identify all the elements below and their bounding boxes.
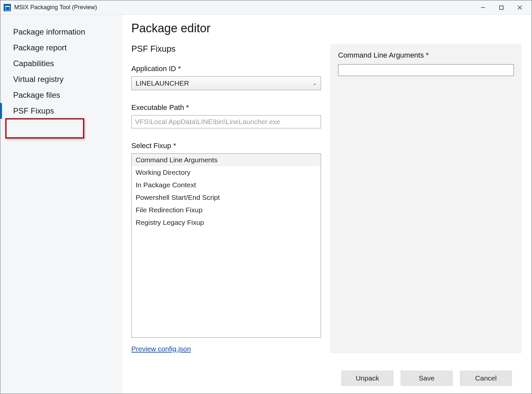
- chevron-down-icon: ⌄: [313, 81, 317, 86]
- annotation-highlight: [5, 118, 84, 139]
- sidebar-item-psf-fixups[interactable]: PSF Fixups: [0, 103, 122, 119]
- fixup-option-powershell-script[interactable]: Powershell Start/End Script: [132, 191, 321, 204]
- preview-config-link[interactable]: Preview config.json: [131, 345, 321, 353]
- app-icon: [4, 4, 11, 11]
- save-button[interactable]: Save: [401, 371, 453, 386]
- application-id-label: Application ID *: [131, 65, 321, 73]
- executable-path-value: VFS\Local AppData\LINE\bin\LineLauncher.…: [135, 118, 280, 126]
- cancel-button[interactable]: Cancel: [460, 371, 512, 386]
- window-title: MSIX Packaging Tool (Preview): [14, 4, 474, 11]
- window-controls: [474, 2, 529, 13]
- command-line-arguments-input[interactable]: [338, 64, 514, 76]
- fixup-option-registry-legacy[interactable]: Registry Legacy Fixup: [132, 216, 321, 229]
- maximize-button[interactable]: [492, 2, 511, 13]
- executable-path-label: Executable Path *: [131, 103, 321, 112]
- select-fixup-label: Select Fixup *: [131, 142, 321, 150]
- sidebar-item-capabilities[interactable]: Capabilities: [0, 56, 122, 71]
- minimize-icon: [480, 5, 486, 10]
- titlebar: MSIX Packaging Tool (Preview): [0, 0, 532, 15]
- sidebar: Package information Package report Capab…: [0, 15, 122, 394]
- svg-rect-1: [500, 6, 503, 9]
- body: Package information Package report Capab…: [0, 15, 532, 394]
- right-panel: Command Line Arguments *: [330, 44, 522, 353]
- sidebar-item-virtual-registry[interactable]: Virtual registry: [0, 71, 122, 87]
- sidebar-item-package-report[interactable]: Package report: [0, 40, 122, 56]
- close-icon: [517, 5, 522, 10]
- section-subtitle: PSF Fixups: [131, 44, 321, 54]
- minimize-button[interactable]: [474, 2, 492, 13]
- command-line-arguments-label: Command Line Arguments *: [338, 51, 514, 60]
- page-title: Package editor: [131, 21, 522, 35]
- close-button[interactable]: [511, 2, 529, 13]
- executable-path-input[interactable]: VFS\Local AppData\LINE\bin\LineLauncher.…: [131, 115, 321, 128]
- fixup-option-working-directory[interactable]: Working Directory: [132, 166, 321, 179]
- maximize-icon: [499, 5, 504, 10]
- fixup-listbox[interactable]: Command Line Arguments Working Directory…: [131, 153, 321, 338]
- sidebar-item-package-files[interactable]: Package files: [0, 87, 122, 103]
- fixup-option-file-redirection[interactable]: File Redirection Fixup: [132, 204, 321, 216]
- main-content: Package editor PSF Fixups Application ID…: [122, 15, 532, 394]
- application-id-value: LINELAUNCHER: [136, 79, 189, 87]
- unpack-button[interactable]: Unpack: [341, 371, 393, 386]
- app-window: MSIX Packaging Tool (Preview) Package in…: [0, 0, 532, 394]
- fixup-option-command-line-arguments[interactable]: Command Line Arguments: [132, 154, 321, 166]
- left-column: PSF Fixups Application ID * LINELAUNCHER…: [131, 44, 321, 367]
- fixup-option-in-package-context[interactable]: In Package Context: [132, 179, 321, 191]
- main-columns: PSF Fixups Application ID * LINELAUNCHER…: [131, 44, 522, 367]
- footer: Unpack Save Cancel: [131, 367, 522, 394]
- application-id-combobox[interactable]: LINELAUNCHER ⌄: [131, 76, 321, 90]
- sidebar-item-package-information[interactable]: Package information: [0, 24, 122, 40]
